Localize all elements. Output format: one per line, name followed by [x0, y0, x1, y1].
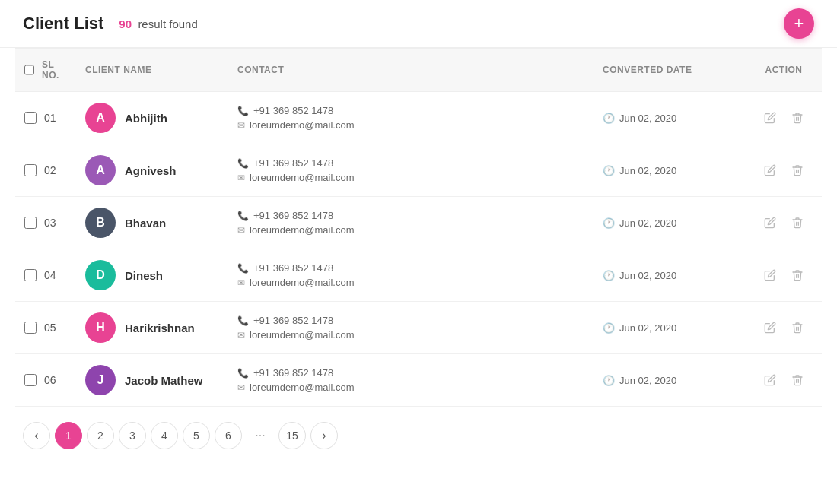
prev-page-button[interactable]: ‹	[23, 422, 50, 449]
col-header-date: CONVERTED DATE	[594, 49, 746, 92]
row-checkbox-4[interactable]	[24, 322, 37, 334]
page-button-6[interactable]: 6	[215, 422, 242, 449]
email-address-2: loreumdemo@mail.com	[250, 224, 354, 236]
delete-button-2[interactable]	[788, 214, 807, 232]
email-icon-0: ✉	[237, 120, 245, 131]
phone-number-5: +91 369 852 1478	[253, 367, 333, 379]
cell-sl-1: 02	[15, 144, 76, 197]
table-row: 03 B Bhavan 📞 +91 369 852 1478 ✉ l	[15, 197, 822, 249]
sl-number-4: 05	[44, 322, 56, 334]
email-icon-2: ✉	[237, 225, 245, 236]
edit-button-3[interactable]	[761, 266, 779, 284]
edit-button-0[interactable]	[761, 109, 779, 127]
phone-icon-3: 📞	[237, 263, 249, 274]
cell-sl-0: 01	[15, 92, 76, 144]
cell-contact-0: 📞 +91 369 852 1478 ✉ loreumdemo@mail.com	[228, 92, 594, 144]
row-checkbox-1[interactable]	[24, 164, 37, 176]
cell-sl-5: 06	[15, 354, 76, 407]
converted-date-3: Jun 02, 2020	[619, 270, 676, 281]
cell-date-2: 🕐 Jun 02, 2020	[594, 197, 746, 249]
cell-date-3: 🕐 Jun 02, 2020	[594, 249, 746, 302]
client-table-container: SL NO. CLIENT NAME CONTACT CONVERTED DAT…	[0, 48, 837, 407]
phone-number-0: +91 369 852 1478	[253, 105, 333, 116]
clock-icon-5: 🕐	[603, 375, 615, 386]
cell-date-4: 🕐 Jun 02, 2020	[594, 302, 746, 354]
sl-number-5: 06	[44, 374, 56, 386]
cell-contact-3: 📞 +91 369 852 1478 ✉ loreumdemo@mail.com	[228, 249, 594, 302]
phone-icon-0: 📞	[237, 106, 249, 116]
delete-button-5[interactable]	[788, 371, 807, 389]
table-row: 01 A Abhijith 📞 +91 369 852 1478 ✉	[15, 92, 822, 144]
edit-button-1[interactable]	[761, 161, 779, 179]
pagination: ‹ 1 2 3 4 5 6 ··· 15 ›	[0, 407, 837, 464]
page-button-2[interactable]: 2	[87, 422, 114, 449]
cell-date-1: 🕐 Jun 02, 2020	[594, 144, 746, 197]
cell-name-5: J Jacob Mathew	[76, 354, 228, 407]
page-button-15[interactable]: 15	[278, 422, 306, 449]
cell-contact-5: 📞 +91 369 852 1478 ✉ loreumdemo@mail.com	[228, 354, 594, 407]
sl-number-2: 03	[44, 217, 56, 229]
cell-action-4	[746, 302, 822, 354]
delete-button-1[interactable]	[788, 161, 807, 179]
page-button-5[interactable]: 5	[183, 422, 210, 449]
delete-button-0[interactable]	[788, 109, 807, 127]
edit-button-4[interactable]	[761, 319, 779, 337]
phone-number-3: +91 369 852 1478	[253, 262, 333, 274]
row-checkbox-2[interactable]	[24, 217, 37, 229]
converted-date-1: Jun 02, 2020	[619, 165, 676, 176]
add-client-button[interactable]: +	[784, 8, 814, 39]
cell-action-3	[746, 249, 822, 302]
row-checkbox-3[interactable]	[24, 269, 37, 281]
result-label: result found	[138, 17, 197, 30]
sl-number-1: 02	[44, 164, 56, 176]
page-button-1[interactable]: 1	[55, 422, 82, 449]
row-checkbox-5[interactable]	[24, 374, 37, 386]
cell-name-3: D Dinesh	[76, 249, 228, 302]
cell-contact-1: 📞 +91 369 852 1478 ✉ loreumdemo@mail.com	[228, 144, 594, 197]
email-address-5: loreumdemo@mail.com	[250, 382, 354, 393]
cell-sl-4: 05	[15, 302, 76, 354]
converted-date-0: Jun 02, 2020	[619, 113, 676, 124]
cell-date-0: 🕐 Jun 02, 2020	[594, 92, 746, 144]
client-table: SL NO. CLIENT NAME CONTACT CONVERTED DAT…	[15, 48, 822, 407]
phone-icon-2: 📞	[237, 211, 249, 221]
cell-action-0	[746, 92, 822, 144]
row-checkbox-0[interactable]	[24, 112, 37, 124]
next-page-button[interactable]: ›	[310, 422, 338, 449]
cell-action-5	[746, 354, 822, 407]
avatar-5: J	[85, 365, 116, 395]
cell-contact-4: 📞 +91 369 852 1478 ✉ loreumdemo@mail.com	[228, 302, 594, 354]
converted-date-2: Jun 02, 2020	[619, 217, 676, 229]
table-row: 02 A Agnivesh 📞 +91 369 852 1478 ✉	[15, 144, 822, 197]
page-button-4[interactable]: 4	[151, 422, 178, 449]
page-button-3[interactable]: 3	[119, 422, 146, 449]
edit-button-5[interactable]	[761, 371, 779, 389]
sl-number-0: 01	[44, 112, 56, 124]
delete-button-3[interactable]	[788, 266, 807, 284]
avatar-4: H	[85, 312, 116, 343]
cell-date-5: 🕐 Jun 02, 2020	[594, 354, 746, 407]
cell-contact-2: 📞 +91 369 852 1478 ✉ loreumdemo@mail.com	[228, 197, 594, 249]
phone-number-4: +91 369 852 1478	[253, 315, 333, 326]
converted-date-5: Jun 02, 2020	[619, 375, 676, 386]
email-address-4: loreumdemo@mail.com	[250, 329, 354, 341]
table-row: 04 D Dinesh 📞 +91 369 852 1478 ✉ l	[15, 249, 822, 302]
col-header-action: ACTION	[746, 49, 822, 92]
cell-name-0: A Abhijith	[76, 92, 228, 144]
email-icon-1: ✉	[237, 173, 245, 183]
col-header-name: CLIENT NAME	[76, 49, 228, 92]
email-address-0: loreumdemo@mail.com	[250, 119, 354, 131]
edit-button-2[interactable]	[761, 214, 779, 232]
clock-icon-1: 🕐	[603, 165, 615, 176]
client-name-1: Agnivesh	[125, 164, 177, 177]
cell-name-1: A Agnivesh	[76, 144, 228, 197]
client-name-3: Dinesh	[125, 269, 163, 282]
delete-button-4[interactable]	[788, 319, 807, 337]
select-all-checkbox[interactable]	[24, 64, 34, 76]
avatar-1: A	[85, 155, 116, 185]
client-name-0: Abhijith	[125, 112, 167, 125]
table-row: 06 J Jacob Mathew 📞 +91 369 852 1478 ✉	[15, 354, 822, 407]
phone-number-2: +91 369 852 1478	[253, 210, 333, 221]
avatar-3: D	[85, 260, 116, 290]
cell-sl-2: 03	[15, 197, 76, 249]
